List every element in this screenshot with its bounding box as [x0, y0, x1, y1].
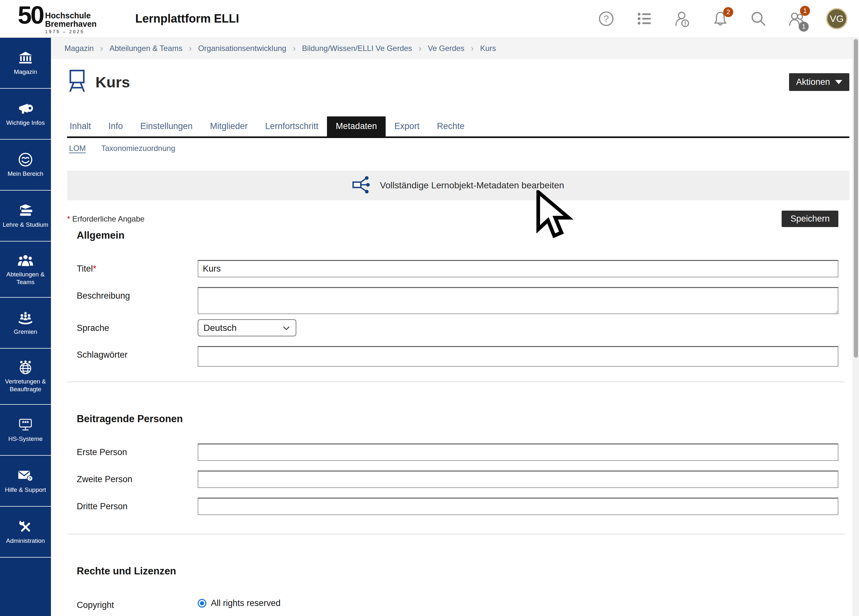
sprache-select-value: Deutsch — [203, 323, 282, 333]
sidebar-item-label: Gremien — [14, 328, 37, 336]
tab-einstellungen[interactable]: Einstellungen — [131, 116, 201, 136]
sidebar-item-label: HS-Systeme — [8, 435, 43, 443]
aktionen-button-label: Aktionen — [796, 77, 830, 87]
page-title: Kurs — [95, 73, 130, 91]
speichern-button-label: Speichern — [790, 214, 830, 224]
beschreibung-label: Beschreibung — [77, 287, 198, 316]
sidebar-item-abteilungen-teams[interactable]: Abteilungen & Teams — [0, 242, 51, 298]
zweite-person-label: Zweite Person — [77, 471, 198, 488]
sidebar-item-label: Hilfe & Support — [5, 486, 46, 494]
tab-inhalt[interactable]: Inhalt — [67, 116, 100, 136]
user-avatar[interactable]: VG — [826, 8, 847, 29]
sidebar-item-label: Abteilungen & Teams — [1, 270, 50, 286]
erste-person-label: Erste Person — [77, 444, 198, 461]
top-header: 50 Hochschule Bremerhaven 1975 – 2025 Le… — [0, 0, 859, 38]
svg-text:?: ? — [29, 476, 31, 481]
breadcrumb-item-organisationsentwicklung[interactable]: Organisationsentwicklung — [198, 44, 286, 53]
sidebar-item-vertretungen-beauftragte[interactable]: Vertretungen & Beauftragte — [0, 349, 51, 405]
contacts-badge-bottom: 1 — [799, 22, 809, 31]
chevron-down-icon — [282, 323, 290, 333]
caret-down-icon — [835, 80, 842, 84]
copyright-radio-selected[interactable] — [198, 599, 206, 608]
logo-50: 50 — [18, 3, 43, 26]
tab-info[interactable]: Info — [100, 116, 131, 136]
bank-building-icon — [19, 50, 33, 65]
section-title-beitragende-personen: Beitragende Personen — [67, 413, 849, 425]
committee-hand-icon — [17, 310, 34, 325]
logo-name-line1: Hochschule — [45, 11, 97, 20]
sidebar-filler — [0, 558, 51, 616]
tab-export[interactable]: Export — [386, 116, 428, 136]
list-menu-icon[interactable] — [636, 10, 653, 27]
avatar-initials: VG — [830, 13, 843, 24]
dritte-person-label: Dritte Person — [77, 498, 198, 515]
tab-metadaten[interactable]: Metadaten — [327, 116, 386, 136]
sidebar-item-label: Magazin — [14, 68, 37, 76]
breadcrumb-item-kurs[interactable]: Kurs — [480, 44, 496, 53]
section-divider — [67, 381, 845, 382]
tab-lernfortschritt[interactable]: Lernfortschritt — [256, 116, 327, 136]
beschreibung-textarea[interactable] — [198, 287, 839, 314]
titel-label: Titel* — [77, 260, 198, 277]
edit-full-metadata-label: Vollständige Lernobjekt-Metadaten bearbe… — [380, 180, 564, 191]
monitor-password-icon: *** — [18, 417, 33, 432]
sidebar-item-wichtige-infos[interactable]: Wichtige Infos — [0, 89, 51, 140]
vertical-scrollbar[interactable] — [853, 38, 859, 616]
schlagwoerter-input[interactable] — [198, 346, 839, 367]
contacts-users-icon[interactable]: 1 1 — [788, 10, 805, 27]
required-star: * — [67, 214, 70, 223]
edit-full-metadata-banner[interactable]: Vollständige Lernobjekt-Metadaten bearbe… — [67, 170, 849, 200]
erste-person-input[interactable] — [198, 444, 839, 461]
sidebar-item-hilfe-support[interactable]: ? Hilfe & Support — [0, 456, 51, 507]
zweite-person-input[interactable] — [198, 471, 839, 488]
help-icon[interactable]: ? — [598, 10, 615, 27]
hochschule-bremerhaven-logo: 50 Hochschule Bremerhaven 1975 – 2025 — [18, 3, 97, 34]
chevron-right-icon: › — [100, 44, 103, 53]
sidebar-item-administration[interactable]: Administration — [0, 507, 51, 558]
chevron-right-icon: › — [471, 44, 474, 53]
app-title: Lernplattform ELLI — [136, 12, 239, 25]
people-group-icon — [17, 253, 34, 268]
user-alert-icon[interactable]: ! — [674, 10, 691, 27]
subtab-lom[interactable]: LOM — [69, 144, 86, 154]
tab-rechte[interactable]: Rechte — [428, 116, 473, 136]
chevron-right-icon: › — [189, 44, 192, 53]
speichern-button[interactable]: Speichern — [782, 211, 839, 227]
breadcrumb-item-ve-gerdes[interactable]: Ve Gerdes — [428, 44, 464, 53]
breadcrumb-item-bildung-wissen[interactable]: Bildung/Wissen/ELLI Ve Gerdes — [302, 44, 412, 53]
sidebar-item-label: Administration — [6, 537, 45, 545]
sidebar-item-magazin[interactable]: Magazin — [0, 38, 51, 89]
section-title-allgemein: Allgemein — [67, 230, 849, 241]
mail-question-icon: ? — [17, 468, 34, 483]
globe-people-icon — [18, 360, 33, 375]
section-divider — [67, 534, 845, 535]
aktionen-button[interactable]: Aktionen — [789, 73, 849, 91]
breadcrumb-item-abteilungen[interactable]: Abteilungen & Teams — [109, 44, 182, 53]
sidebar-item-mein-bereich[interactable]: Mein Bereich — [0, 140, 51, 191]
course-easel-icon — [67, 69, 87, 95]
copyright-label: Copyright — [77, 596, 198, 610]
svg-text:!: ! — [684, 20, 686, 27]
sidebar-item-label: Lehre & Studium — [3, 221, 48, 229]
chevron-right-icon: › — [293, 44, 296, 53]
chevron-right-icon: › — [419, 44, 422, 53]
logo-name-line2: Bremerhaven — [45, 20, 97, 28]
breadcrumb: Magazin › Abteilungen & Teams › Organisa… — [51, 38, 859, 59]
logo-years: 1975 – 2025 — [45, 29, 97, 34]
tab-bar: Inhalt Info Einstellungen Mitglieder Ler… — [67, 116, 849, 138]
section-title-rechte-lizenzen: Rechte und Lizenzen — [67, 565, 849, 577]
scrollbar-thumb[interactable] — [854, 39, 858, 358]
sprache-select[interactable]: Deutsch — [198, 319, 296, 336]
breadcrumb-item-magazin[interactable]: Magazin — [64, 44, 94, 53]
schlagwoerter-label: Schlagwörter — [77, 346, 198, 367]
tab-mitglieder[interactable]: Mitglieder — [201, 116, 256, 136]
subtab-taxonomiezuordnung[interactable]: Taxonomiezuordnung — [101, 144, 175, 154]
dritte-person-input[interactable] — [198, 498, 839, 515]
titel-input[interactable] — [198, 260, 839, 277]
search-icon[interactable] — [750, 10, 767, 27]
notifications-bell-icon[interactable]: 2 — [712, 10, 729, 27]
tools-icon — [18, 519, 33, 534]
sidebar-item-lehre-studium[interactable]: Lehre & Studium — [0, 191, 51, 242]
sidebar-item-gremien[interactable]: Gremien — [0, 298, 51, 349]
sidebar-item-hs-systeme[interactable]: *** HS-Systeme — [0, 405, 51, 456]
